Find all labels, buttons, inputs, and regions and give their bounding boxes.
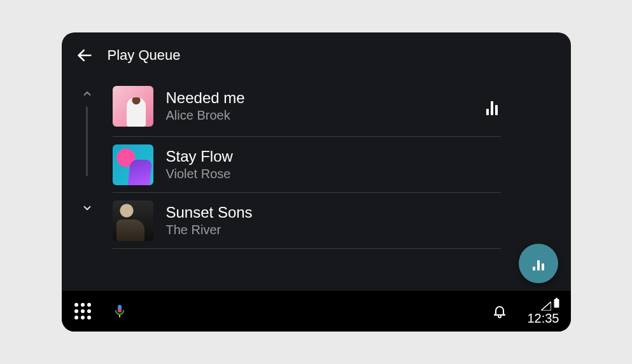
queue-row[interactable]: Sunset Sons The River [113,193,501,249]
status-area: 12:35 [527,298,559,325]
equalizer-icon [533,256,544,270]
back-button[interactable] [73,44,96,67]
clock: 12:35 [527,312,559,325]
scroll-controls [62,78,113,291]
apps-button[interactable] [73,302,92,321]
track-artist: The River [166,223,501,237]
mic-button[interactable] [110,302,129,321]
svg-rect-3 [556,298,558,299]
bottom-nav: 12:35 [62,291,571,332]
queue-row[interactable]: Needed me Alice Broek [113,81,501,137]
chevron-down-icon [81,202,93,214]
queue-list: Needed me Alice Broek Stay Flow [113,78,571,291]
now-playing-fab[interactable] [519,244,558,283]
track-meta: Sunset Sons The River [166,204,501,237]
queue-row[interactable]: Stay Flow Violet Rose [113,137,501,193]
bell-icon [492,304,507,319]
track-title: Sunset Sons [166,204,501,221]
track-title: Needed me [166,89,470,107]
scroll-track[interactable] [86,106,88,195]
content-area: Needed me Alice Broek Stay Flow [62,78,571,291]
chevron-up-icon [81,88,93,99]
album-art [113,200,153,241]
svg-marker-2 [541,302,551,311]
cell-signal-icon [541,300,551,311]
track-artist: Alice Broek [166,108,470,123]
album-art [113,144,153,185]
track-meta: Needed me Alice Broek [166,89,470,123]
svg-rect-4 [554,299,559,308]
battery-icon [554,298,559,311]
notifications-button[interactable] [490,302,509,321]
apps-grid-icon [74,303,91,319]
svg-rect-1 [119,315,120,318]
now-playing-indicator [483,97,501,115]
album-art [113,86,153,127]
scroll-thumb[interactable] [86,106,88,176]
mic-icon [112,304,127,319]
track-title: Stay Flow [166,148,501,165]
header-bar: Play Queue [62,32,571,78]
app-window: Play Queue [62,32,571,332]
track-artist: Violet Rose [166,167,501,181]
page-title: Play Queue [108,47,181,64]
scroll-down-button[interactable] [80,200,95,216]
scroll-up-button[interactable] [80,86,95,101]
track-meta: Stay Flow Violet Rose [166,148,501,181]
arrow-left-icon [76,46,94,64]
equalizer-icon [486,101,498,115]
